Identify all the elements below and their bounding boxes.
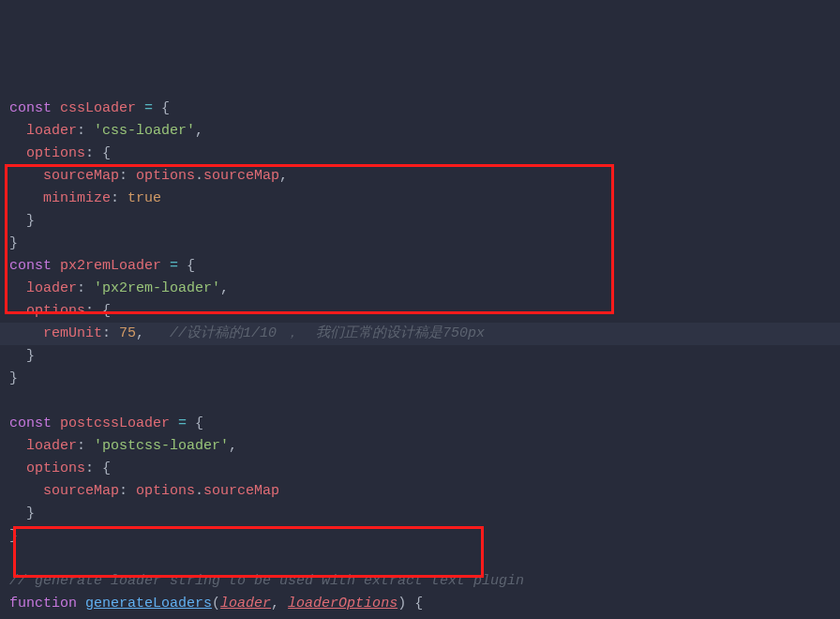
code-token: loader	[26, 280, 77, 296]
code-token: : {	[85, 303, 111, 319]
code-token: ,	[271, 596, 288, 611]
code-token	[9, 483, 43, 499]
code-token: }	[9, 213, 35, 229]
code-token: sourceMap	[43, 483, 119, 499]
code-token: }	[9, 370, 18, 386]
code-line[interactable]: loader: 'px2rem-loader',	[9, 278, 840, 300]
code-token: {	[178, 258, 195, 274]
code-line[interactable]	[9, 390, 840, 413]
code-line[interactable]: options: {	[9, 458, 840, 480]
code-line[interactable]: sourceMap: options.sourceMap,	[9, 165, 840, 188]
code-token: sourceMap	[203, 483, 279, 499]
code-token: sourceMap	[203, 168, 279, 184]
code-token: :	[119, 168, 136, 184]
code-token: :	[102, 325, 119, 341]
code-line[interactable]: options: {	[9, 143, 840, 165]
code-token	[9, 438, 26, 454]
code-line[interactable]: minimize: true	[9, 188, 840, 210]
code-token: options	[136, 483, 195, 499]
code-token: loader	[220, 596, 271, 611]
code-line[interactable]: }	[9, 233, 840, 255]
code-token: sourceMap	[43, 168, 119, 184]
code-token: // generate loader string to be used wit…	[9, 573, 524, 589]
code-token: //设计稿的1/10 ， 我们正常的设计稿是750px	[170, 325, 485, 341]
code-token: }	[9, 528, 18, 544]
code-token: minimize	[43, 190, 111, 206]
code-editor[interactable]: const cssLoader = { loader: 'css-loader'…	[0, 90, 840, 619]
code-token: : {	[85, 460, 111, 476]
code-line[interactable]	[9, 548, 840, 570]
code-token	[9, 190, 43, 206]
code-line[interactable]: }	[9, 210, 840, 233]
code-token: const	[9, 100, 52, 116]
code-token: cssLoader	[60, 100, 136, 116]
code-token: :	[77, 123, 94, 139]
code-token: :	[77, 280, 94, 296]
code-token: options	[136, 168, 195, 184]
code-token: remUnit	[43, 325, 102, 341]
code-token: :	[111, 190, 128, 206]
code-token: loader	[26, 123, 77, 139]
code-token: options	[26, 460, 85, 476]
code-line[interactable]: // generate loader string to be used wit…	[9, 570, 840, 593]
code-token: }	[9, 348, 35, 364]
code-token	[170, 415, 178, 431]
code-token: const	[9, 258, 52, 274]
code-line[interactable]: function generateLoaders(loader, loaderO…	[9, 593, 840, 615]
code-line[interactable]: }	[9, 503, 840, 525]
code-token: :	[77, 438, 94, 454]
code-line[interactable]: }	[9, 368, 840, 390]
code-token: loaderOptions	[288, 596, 398, 611]
code-token: 'px2rem-loader'	[94, 280, 220, 296]
code-token: 'css-loader'	[94, 123, 195, 139]
code-token: options	[26, 303, 85, 319]
code-token: const	[9, 415, 52, 431]
code-line[interactable]: const cssLoader = {	[9, 98, 840, 120]
code-token: ,	[136, 325, 170, 341]
code-token: function	[9, 596, 77, 611]
code-token	[77, 596, 85, 611]
code-token: 75	[119, 325, 136, 341]
code-line[interactable]: }	[9, 525, 840, 548]
code-line[interactable]: sourceMap: options.sourceMap	[9, 480, 840, 503]
code-token: =	[178, 415, 187, 431]
code-line[interactable]: }	[9, 345, 840, 368]
code-token: ) {	[398, 596, 423, 611]
code-token	[9, 280, 26, 296]
code-token: .	[195, 168, 203, 184]
code-line[interactable]: const postcssLoader = {	[9, 413, 840, 435]
code-token	[161, 258, 170, 274]
code-token: true	[128, 190, 161, 206]
code-token: ,	[195, 123, 203, 139]
code-token: : {	[85, 145, 111, 161]
code-line[interactable]: loader: 'postcss-loader',	[9, 435, 840, 458]
code-token: =	[144, 100, 153, 116]
code-token: {	[187, 415, 203, 431]
code-token	[52, 258, 60, 274]
code-line[interactable]: loader: 'css-loader',	[9, 120, 840, 143]
code-token: }	[9, 235, 18, 251]
code-token	[52, 100, 60, 116]
code-token: options	[26, 145, 85, 161]
code-token: {	[153, 100, 170, 116]
code-token: ,	[220, 280, 229, 296]
code-token: postcssLoader	[60, 415, 170, 431]
code-token: ,	[229, 438, 237, 454]
code-line[interactable]: remUnit: 75, //设计稿的1/10 ， 我们正常的设计稿是750px	[0, 323, 840, 345]
code-token: px2remLoader	[60, 258, 161, 274]
code-token: (	[212, 596, 220, 611]
code-token: .	[195, 483, 203, 499]
code-line[interactable]: options: {	[9, 300, 840, 323]
code-token: :	[119, 483, 136, 499]
code-token	[9, 145, 26, 161]
code-token	[136, 100, 144, 116]
code-token: generateLoaders	[85, 596, 212, 611]
code-token: 'postcss-loader'	[94, 438, 229, 454]
code-token: loader	[26, 438, 77, 454]
code-token: =	[170, 258, 178, 274]
code-token	[9, 325, 43, 341]
code-token	[9, 123, 26, 139]
code-line[interactable]: const loaders = [cssLoader, px2remLoader…	[9, 615, 840, 619]
code-token	[9, 168, 43, 184]
code-line[interactable]: const px2remLoader = {	[9, 255, 840, 278]
